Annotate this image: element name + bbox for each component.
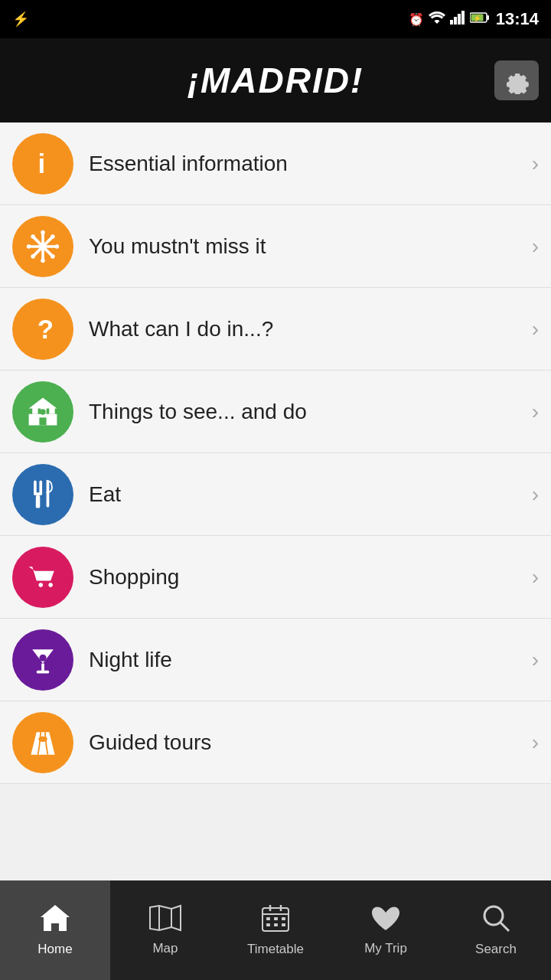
chevron-essential: › (532, 152, 539, 176)
nav-timetable[interactable]: Timetable (220, 880, 331, 980)
svg-point-17 (31, 234, 35, 239)
home-icon (39, 903, 71, 937)
chevron-mustnt-miss: › (532, 234, 539, 259)
menu-list: i Essential information › You must (0, 122, 551, 784)
eat-icon-wrap (12, 464, 73, 525)
question-icon: ? (25, 312, 60, 347)
chevron-what-to-do: › (532, 317, 539, 341)
info-icon: i (25, 146, 60, 181)
svg-point-18 (51, 254, 55, 259)
menu-item-things-to-see[interactable]: Things to see... and do › (0, 371, 551, 453)
building-icon (25, 394, 60, 430)
svg-point-35 (48, 583, 53, 587)
svg-marker-26 (29, 397, 57, 408)
svg-point-19 (51, 234, 55, 239)
things-to-see-icon-wrap (12, 381, 73, 443)
svg-text:i: i (38, 148, 46, 178)
nav-map-label: Map (152, 941, 178, 956)
svg-point-56 (484, 906, 503, 925)
svg-point-28 (40, 409, 45, 414)
svg-rect-50 (266, 917, 270, 920)
svg-marker-43 (150, 906, 181, 930)
svg-rect-33 (47, 480, 50, 507)
svg-text:⚡: ⚡ (473, 14, 482, 23)
nav-map[interactable]: Map (110, 880, 220, 980)
menu-label-shopping: Shopping (89, 565, 526, 590)
nav-search[interactable]: Search (441, 880, 551, 980)
clock: 13:14 (496, 9, 539, 29)
menu-label-essential: Essential information (89, 152, 526, 176)
mustnt-miss-icon-wrap (12, 216, 73, 277)
road-icon (25, 725, 60, 760)
settings-button[interactable] (494, 60, 539, 100)
svg-rect-2 (458, 14, 461, 24)
menu-label-night-life: Night life (89, 648, 526, 672)
nav-my-trip[interactable]: My Trip (331, 880, 441, 980)
svg-point-39 (39, 654, 46, 661)
svg-point-34 (38, 583, 43, 587)
svg-point-15 (27, 244, 31, 249)
map-icon (148, 904, 182, 936)
svg-rect-55 (282, 923, 285, 926)
menu-label-what-to-do: What can I do in...? (89, 317, 526, 341)
menu-label-things-to-see: Things to see... and do (89, 400, 526, 424)
shopping-icon-wrap (12, 547, 73, 608)
svg-rect-53 (266, 923, 270, 926)
app-title: ¡MADRID! (187, 60, 364, 101)
svg-rect-31 (34, 492, 42, 495)
cart-icon (25, 560, 60, 595)
svg-rect-30 (39, 480, 42, 494)
usb-icon: ⚡ (12, 11, 29, 28)
svg-point-20 (31, 254, 35, 259)
svg-rect-32 (36, 495, 41, 508)
signal-icon (450, 11, 465, 28)
svg-rect-52 (282, 917, 285, 920)
svg-rect-54 (274, 923, 278, 926)
menu-label-eat: Eat (89, 482, 526, 507)
menu-label-guided-tours: Guided tours (89, 730, 526, 755)
svg-line-57 (500, 923, 509, 931)
nav-my-trip-label: My Trip (364, 941, 407, 956)
svg-rect-29 (34, 480, 37, 494)
bottom-nav: Home Map Time (0, 880, 551, 980)
svg-text:?: ? (37, 313, 54, 343)
app-header: ¡MADRID! (0, 38, 551, 122)
wifi-icon (429, 11, 445, 28)
menu-label-mustnt-miss: You mustn't miss it (89, 234, 526, 259)
nav-timetable-label: Timetable (247, 942, 304, 957)
nav-home[interactable]: Home (0, 880, 110, 980)
svg-rect-3 (461, 11, 465, 24)
what-to-do-icon-wrap: ? (12, 299, 73, 360)
chevron-night-life: › (532, 648, 539, 672)
chevron-things-to-see: › (532, 400, 539, 424)
chevron-guided-tours: › (532, 730, 539, 755)
menu-item-guided-tours[interactable]: Guided tours › (0, 701, 551, 784)
alarm-icon: ⏰ (409, 12, 424, 27)
battery-icon: ⚡ (470, 11, 490, 27)
menu-item-eat[interactable]: Eat › (0, 453, 551, 536)
chevron-eat: › (532, 482, 539, 507)
fork-icon (25, 477, 60, 512)
menu-item-night-life[interactable]: Night life › (0, 619, 551, 701)
nav-home-label: Home (37, 942, 72, 957)
menu-item-what-to-do[interactable]: ? What can I do in...? › (0, 288, 551, 371)
svg-rect-5 (487, 15, 489, 20)
menu-item-mustnt-miss[interactable]: You mustn't miss it › (0, 205, 551, 288)
guided-tours-icon-wrap (12, 712, 73, 773)
search-icon (481, 903, 510, 937)
menu-item-essential[interactable]: i Essential information › (0, 122, 551, 205)
snowflake-icon (25, 229, 60, 264)
status-bar: ⚡ ⏰ ⚡ (0, 0, 551, 38)
svg-rect-0 (450, 20, 453, 24)
calendar-icon (261, 903, 290, 937)
svg-point-13 (41, 230, 45, 234)
svg-point-16 (55, 244, 60, 249)
svg-rect-37 (41, 663, 44, 670)
chevron-shopping: › (532, 565, 539, 590)
night-life-icon-wrap (12, 629, 73, 691)
menu-item-shopping[interactable]: Shopping › (0, 536, 551, 619)
essential-icon-wrap: i (12, 133, 73, 194)
svg-rect-38 (37, 670, 50, 673)
svg-point-14 (41, 258, 45, 263)
svg-marker-42 (41, 905, 70, 931)
